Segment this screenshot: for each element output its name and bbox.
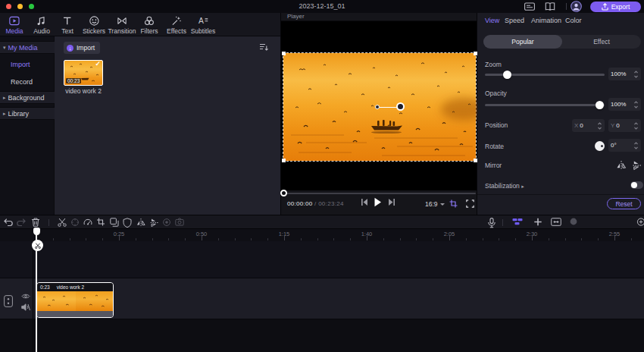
shortcuts-card-icon[interactable] [524,2,535,11]
nav-tab-subtitles[interactable]: A Subtitles [191,15,216,35]
redo-icon[interactable] [17,218,27,227]
sidebar-item-record[interactable]: Record [0,75,55,88]
stepper-icon[interactable] [597,121,602,130]
speed-meter-icon[interactable] [83,218,92,226]
position-x-box[interactable]: X 0 [572,119,605,132]
nav-tab-transition[interactable]: Transition [108,15,136,35]
stabilization-toggle[interactable] [630,181,643,189]
stepper-icon[interactable] [633,100,639,109]
speed-ramp-icon[interactable] [149,218,159,228]
crosshair-icon[interactable] [70,218,80,227]
sort-order-icon[interactable] [259,42,269,52]
nav-tab-media[interactable]: Media [5,15,23,35]
box-arrows-icon[interactable] [551,218,561,226]
stepper-icon[interactable] [633,121,639,130]
ruler-tick [416,238,417,240]
snapshot-camera-icon[interactable] [175,218,184,226]
rotate-scale-handle[interactable] [396,102,405,111]
aspect-ratio-dropdown[interactable]: 16:9 [425,200,445,208]
mirror-flip-icon[interactable] [136,218,146,228]
fullscreen-icon[interactable] [466,200,474,208]
tab-speed[interactable]: Speed [505,17,524,24]
stepper-icon[interactable] [633,141,639,150]
export-button[interactable]: Export [590,2,641,12]
sidebar-item-library[interactable]: ▸ Library [0,107,55,120]
seek-thumb[interactable] [280,190,287,196]
preview-video-frame[interactable] [283,53,476,161]
crop-preview-icon[interactable] [449,200,458,208]
quick-split-scissors-button[interactable] [32,240,43,251]
tab-color[interactable]: Color [565,17,582,24]
stepper-icon[interactable] [633,70,639,79]
export-label: Export [611,3,630,11]
flip-horizontal-icon[interactable] [616,160,627,171]
split-scissors-icon[interactable] [58,218,67,227]
tab-view[interactable]: View [485,17,499,24]
clip-name-label: video work 2 [58,87,109,95]
media-sidebar: ▾ My Media Import Record ▸ Background ▸ … [0,36,55,215]
media-clip-thumbnail[interactable]: ✓ 00:23 [64,60,103,86]
titlebar: 2023-12-15_01 Export [0,0,644,13]
sidebar-item-background[interactable]: ▸ Background [0,91,55,104]
opacity-slider-track[interactable] [485,104,605,106]
ruler-time-label: 2:30 [527,231,538,237]
delete-trash-icon[interactable] [32,218,40,227]
mask-shield-icon[interactable] [123,218,132,228]
subtitles-a-icon: A [197,15,208,27]
ruler-tick [53,238,54,240]
position-y-box[interactable]: Y 0 [608,119,641,132]
resize-handle-top-left[interactable] [282,52,286,55]
nav-tab-audio[interactable]: Audio [33,15,50,35]
preview-canvas[interactable] [281,21,477,190]
import-media-button[interactable]: ↓ Import [64,42,100,54]
zoom-in-plus-icon[interactable] [637,218,644,226]
position-label: Position [485,121,508,129]
ruler-tick [466,238,467,240]
empty-track-area[interactable] [0,241,644,278]
timeline-clip-name: video work 2 [57,284,85,290]
opacity-value-box[interactable]: 100% [608,98,641,111]
record-voiceover-mic-icon[interactable] [487,218,496,228]
seek-bar[interactable] [283,193,476,194]
clip-header: 0:23 video work 2 [37,283,113,291]
ruler-tick [86,238,86,240]
sidebar-item-my-media[interactable]: ▾ My Media [0,41,55,54]
add-track-plus-icon[interactable] [534,218,542,226]
track-manager-icon[interactable] [512,218,523,226]
rotate-dial[interactable] [595,141,605,151]
record-circle-icon[interactable] [162,218,171,227]
flip-vertical-icon[interactable] [631,160,642,171]
ruler-tick [267,238,268,240]
reset-button[interactable]: Reset [607,198,641,209]
nav-tab-filters[interactable]: Filters [140,15,158,35]
tab-animation[interactable]: Animation [531,17,561,24]
timeline-clip-video-work-2[interactable]: 0:23 video work 2 [36,282,114,318]
zoom-fit-icon[interactable] [570,218,577,225]
nav-tab-text[interactable]: Text [61,15,73,35]
segment-effect[interactable]: Effect [562,35,641,49]
track-mute-speaker-icon[interactable] [21,303,30,311]
play-button[interactable] [374,197,382,207]
nav-tab-stickers[interactable]: Stickers [83,15,105,35]
user-guide-book-icon[interactable] [545,2,555,11]
track-visibility-eye-icon[interactable] [21,293,30,300]
resize-handle-bottom-left[interactable] [282,159,286,162]
zoom-value-box[interactable]: 100% [608,68,641,80]
crop-icon[interactable] [97,218,105,226]
playhead-handle[interactable] [33,228,40,235]
next-frame-button[interactable] [388,198,395,206]
ruler-tick [70,238,70,240]
caret-right-icon: ▸ [3,95,6,101]
ruler-tick [317,238,318,240]
account-avatar[interactable] [571,1,582,12]
opacity-slider-thumb[interactable] [596,101,604,109]
sidebar-item-import[interactable]: Import [0,58,55,71]
undo-icon[interactable] [4,218,14,227]
nav-tab-effects[interactable]: Effects [167,15,186,35]
timeline-ruler[interactable]: 0:250:501:151:402:052:302:55 [0,229,644,241]
duplicate-copy-icon[interactable] [110,218,119,227]
rotate-value-box[interactable]: 0° [608,139,641,152]
segment-popular[interactable]: Popular [483,35,562,49]
previous-frame-button[interactable] [361,198,368,206]
zoom-slider-thumb[interactable] [503,71,511,79]
